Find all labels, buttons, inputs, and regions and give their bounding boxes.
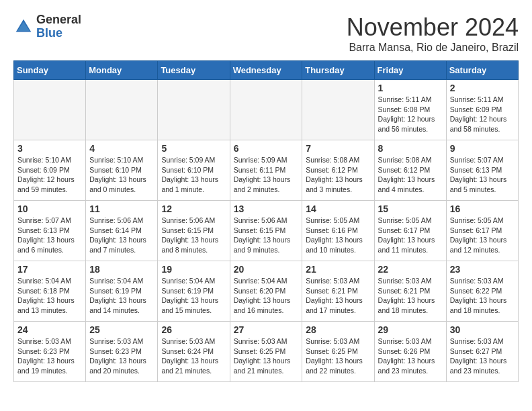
day-info: Sunrise: 5:03 AM Sunset: 6:25 PM Dayligh… — [306, 336, 370, 376]
day-of-week-header: Monday — [86, 61, 158, 80]
calendar-day-cell: 12Sunrise: 5:06 AM Sunset: 6:15 PM Dayli… — [158, 201, 230, 261]
day-info: Sunrise: 5:06 AM Sunset: 6:14 PM Dayligh… — [89, 216, 154, 255]
day-number: 13 — [234, 203, 299, 214]
day-number: 24 — [17, 324, 82, 335]
calendar-day-cell: 15Sunrise: 5:05 AM Sunset: 6:17 PM Dayli… — [374, 201, 446, 261]
calendar-day-cell: 16Sunrise: 5:05 AM Sunset: 6:17 PM Dayli… — [446, 201, 518, 261]
logo-line2: Blue — [36, 27, 81, 40]
calendar-table: SundayMondayTuesdayWednesdayThursdayFrid… — [13, 60, 519, 382]
day-number: 26 — [161, 324, 226, 335]
calendar-week-row: 10Sunrise: 5:07 AM Sunset: 6:13 PM Dayli… — [14, 201, 519, 261]
calendar-day-cell: 20Sunrise: 5:04 AM Sunset: 6:20 PM Dayli… — [230, 261, 302, 322]
day-number: 14 — [306, 203, 370, 214]
day-number: 12 — [161, 203, 226, 214]
day-info: Sunrise: 5:04 AM Sunset: 6:19 PM Dayligh… — [161, 276, 226, 316]
day-info: Sunrise: 5:03 AM Sunset: 6:22 PM Dayligh… — [450, 276, 515, 316]
calendar-day-cell: 27Sunrise: 5:03 AM Sunset: 6:25 PM Dayli… — [230, 322, 302, 382]
calendar-day-cell — [302, 80, 374, 140]
calendar-day-cell: 28Sunrise: 5:03 AM Sunset: 6:25 PM Dayli… — [302, 322, 374, 382]
calendar-day-cell: 23Sunrise: 5:03 AM Sunset: 6:22 PM Dayli… — [446, 261, 518, 322]
day-number: 17 — [17, 264, 82, 275]
day-number: 8 — [378, 143, 443, 154]
day-info: Sunrise: 5:03 AM Sunset: 6:25 PM Dayligh… — [234, 336, 299, 376]
day-number: 1 — [378, 83, 443, 93]
calendar-week-row: 24Sunrise: 5:03 AM Sunset: 6:23 PM Dayli… — [14, 322, 519, 382]
day-number: 4 — [89, 143, 154, 154]
calendar-day-cell: 9Sunrise: 5:07 AM Sunset: 6:13 PM Daylig… — [446, 140, 518, 201]
day-info: Sunrise: 5:08 AM Sunset: 6:12 PM Dayligh… — [378, 155, 443, 195]
logo: General Blue — [13, 13, 81, 40]
day-number: 16 — [450, 203, 515, 214]
day-of-week-header: Saturday — [446, 61, 518, 80]
day-number: 5 — [161, 143, 226, 154]
day-info: Sunrise: 5:10 AM Sunset: 6:09 PM Dayligh… — [17, 155, 82, 195]
calendar-day-cell: 26Sunrise: 5:03 AM Sunset: 6:24 PM Dayli… — [158, 322, 230, 382]
day-info: Sunrise: 5:05 AM Sunset: 6:17 PM Dayligh… — [450, 216, 515, 255]
calendar-day-cell: 30Sunrise: 5:03 AM Sunset: 6:27 PM Dayli… — [446, 322, 518, 382]
day-number: 9 — [450, 143, 515, 154]
day-number: 25 — [89, 324, 154, 335]
day-number: 18 — [89, 264, 154, 275]
day-info: Sunrise: 5:03 AM Sunset: 6:23 PM Dayligh… — [89, 336, 154, 376]
day-info: Sunrise: 5:08 AM Sunset: 6:12 PM Dayligh… — [306, 155, 370, 195]
day-info: Sunrise: 5:09 AM Sunset: 6:10 PM Dayligh… — [161, 155, 226, 195]
day-info: Sunrise: 5:05 AM Sunset: 6:16 PM Dayligh… — [306, 216, 370, 255]
day-info: Sunrise: 5:03 AM Sunset: 6:21 PM Dayligh… — [306, 276, 370, 316]
logo-line1: General — [36, 13, 81, 27]
day-info: Sunrise: 5:03 AM Sunset: 6:24 PM Dayligh… — [161, 336, 226, 376]
calendar-day-cell — [14, 80, 86, 140]
day-number: 11 — [89, 203, 154, 214]
calendar-week-row: 17Sunrise: 5:04 AM Sunset: 6:18 PM Dayli… — [14, 261, 519, 322]
logo-text: General Blue — [36, 13, 81, 40]
calendar-week-row: 1Sunrise: 5:11 AM Sunset: 6:08 PM Daylig… — [14, 80, 519, 140]
calendar-day-cell: 7Sunrise: 5:08 AM Sunset: 6:12 PM Daylig… — [302, 140, 374, 201]
day-info: Sunrise: 5:03 AM Sunset: 6:21 PM Dayligh… — [378, 276, 443, 316]
day-of-week-header: Tuesday — [158, 61, 230, 80]
day-info: Sunrise: 5:11 AM Sunset: 6:09 PM Dayligh… — [450, 95, 515, 134]
day-number: 7 — [306, 143, 370, 154]
calendar-week-row: 3Sunrise: 5:10 AM Sunset: 6:09 PM Daylig… — [14, 140, 519, 201]
day-number: 3 — [17, 143, 82, 154]
day-number: 22 — [378, 264, 443, 275]
calendar-day-cell: 14Sunrise: 5:05 AM Sunset: 6:16 PM Dayli… — [302, 201, 374, 261]
calendar-day-cell: 13Sunrise: 5:06 AM Sunset: 6:15 PM Dayli… — [230, 201, 302, 261]
day-number: 10 — [17, 203, 82, 214]
day-number: 19 — [161, 264, 226, 275]
page-header: General Blue November 2024 Barra Mansa, … — [13, 13, 519, 54]
month-title: November 2024 — [347, 13, 519, 42]
day-of-week-header: Sunday — [14, 61, 86, 80]
calendar-day-cell: 17Sunrise: 5:04 AM Sunset: 6:18 PM Dayli… — [14, 261, 86, 322]
calendar-day-cell: 5Sunrise: 5:09 AM Sunset: 6:10 PM Daylig… — [158, 140, 230, 201]
day-info: Sunrise: 5:07 AM Sunset: 6:13 PM Dayligh… — [450, 155, 515, 195]
calendar-day-cell: 25Sunrise: 5:03 AM Sunset: 6:23 PM Dayli… — [86, 322, 158, 382]
day-info: Sunrise: 5:03 AM Sunset: 6:26 PM Dayligh… — [378, 336, 443, 376]
day-info: Sunrise: 5:06 AM Sunset: 6:15 PM Dayligh… — [234, 216, 299, 255]
day-number: 2 — [450, 83, 515, 93]
day-number: 30 — [450, 324, 515, 335]
location-title: Barra Mansa, Rio de Janeiro, Brazil — [347, 42, 519, 54]
day-info: Sunrise: 5:10 AM Sunset: 6:10 PM Dayligh… — [89, 155, 154, 195]
calendar-header-row: SundayMondayTuesdayWednesdayThursdayFrid… — [14, 61, 519, 80]
day-info: Sunrise: 5:06 AM Sunset: 6:15 PM Dayligh… — [161, 216, 226, 255]
day-of-week-header: Wednesday — [230, 61, 302, 80]
calendar-day-cell: 19Sunrise: 5:04 AM Sunset: 6:19 PM Dayli… — [158, 261, 230, 322]
calendar-day-cell: 22Sunrise: 5:03 AM Sunset: 6:21 PM Dayli… — [374, 261, 446, 322]
calendar-day-cell: 11Sunrise: 5:06 AM Sunset: 6:14 PM Dayli… — [86, 201, 158, 261]
day-number: 6 — [234, 143, 299, 154]
day-number: 23 — [450, 264, 515, 275]
day-info: Sunrise: 5:04 AM Sunset: 6:18 PM Dayligh… — [17, 276, 82, 316]
day-number: 29 — [378, 324, 443, 335]
calendar-day-cell: 3Sunrise: 5:10 AM Sunset: 6:09 PM Daylig… — [14, 140, 86, 201]
day-info: Sunrise: 5:03 AM Sunset: 6:23 PM Dayligh… — [17, 336, 82, 376]
day-number: 15 — [378, 203, 443, 214]
day-info: Sunrise: 5:05 AM Sunset: 6:17 PM Dayligh… — [378, 216, 443, 255]
calendar-day-cell: 21Sunrise: 5:03 AM Sunset: 6:21 PM Dayli… — [302, 261, 374, 322]
day-number: 20 — [234, 264, 299, 275]
calendar-day-cell: 29Sunrise: 5:03 AM Sunset: 6:26 PM Dayli… — [374, 322, 446, 382]
day-number: 28 — [306, 324, 370, 335]
logo-icon — [13, 17, 34, 37]
calendar-day-cell — [158, 80, 230, 140]
calendar-day-cell: 18Sunrise: 5:04 AM Sunset: 6:19 PM Dayli… — [86, 261, 158, 322]
calendar-day-cell: 1Sunrise: 5:11 AM Sunset: 6:08 PM Daylig… — [374, 80, 446, 140]
calendar-day-cell: 8Sunrise: 5:08 AM Sunset: 6:12 PM Daylig… — [374, 140, 446, 201]
